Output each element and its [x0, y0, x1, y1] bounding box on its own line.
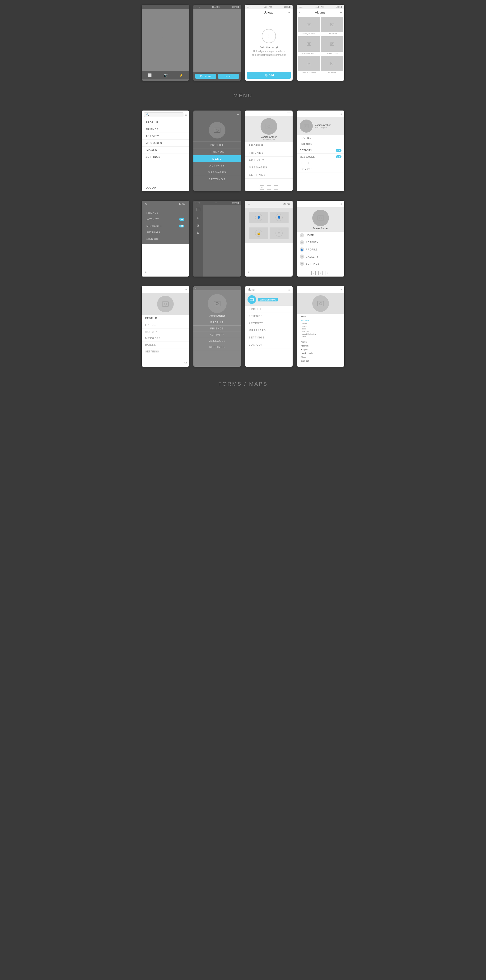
prod-watches[interactable]: Watches: [299, 330, 343, 333]
st-menu-activity[interactable]: ACTIVITY: [245, 320, 293, 327]
sidebar-trash-icon[interactable]: 🗑: [196, 223, 200, 227]
grid-hamburger-icon[interactable]: ≡: [247, 270, 249, 274]
sidebar-star-icon[interactable]: ☆: [197, 216, 200, 220]
menu-item-friends[interactable]: FRIENDS: [142, 126, 189, 133]
st-menu-profile[interactable]: PROFILE: [245, 306, 293, 313]
prod-signout[interactable]: Sign Out: [299, 359, 343, 363]
prod-account[interactable]: Account: [299, 344, 343, 348]
scroll-icon[interactable]: [287, 112, 291, 114]
dark-menu-settings[interactable]: SETTINGS: [193, 176, 241, 183]
small-dark-friends[interactable]: FRIENDS: [142, 210, 189, 216]
badges-menu-settings[interactable]: SETTINGS: [297, 160, 344, 166]
grid-icon-person1[interactable]: 👤: [249, 212, 268, 223]
prod-shirts[interactable]: Shirts: [299, 325, 343, 328]
linkedin-icon[interactable]: in: [260, 186, 264, 190]
collapse-icon[interactable]: ∧: [248, 202, 250, 206]
sidebar-image-icon[interactable]: [196, 208, 200, 212]
upload-circle-icon[interactable]: +: [262, 29, 276, 43]
next-button[interactable]: Next: [218, 74, 239, 79]
lh-menu-profile[interactable]: PROFILE: [142, 315, 189, 322]
dc-menu-friends[interactable]: FRIENDS: [193, 326, 241, 332]
dark-hamburger-icon[interactable]: ≡: [237, 113, 239, 116]
dc-menu-settings[interactable]: SETTINGS: [193, 344, 241, 350]
prod-about[interactable]: About: [299, 355, 343, 359]
album-sunny-summer[interactable]: Sunny summer: [298, 17, 320, 35]
dark-menu-activity[interactable]: ACTIVITY: [193, 162, 241, 169]
iconlist-profile[interactable]: 👤 PROFILE: [297, 246, 344, 253]
album-portugal[interactable]: Beautiful Portugal: [298, 36, 320, 55]
dark-menu-menu[interactable]: MENU: [193, 155, 241, 162]
dc-menu-profile[interactable]: PROFILE: [193, 320, 241, 326]
menu-item-settings[interactable]: SETTINGS: [142, 153, 189, 160]
lh-menu-images[interactable]: IMAGES: [142, 342, 189, 348]
upload-button[interactable]: Upload: [247, 72, 291, 79]
lh-hamburger-icon[interactable]: ≡: [185, 288, 187, 291]
white-menu-settings[interactable]: SETTINGS: [245, 171, 293, 178]
lh-menu-messages[interactable]: MESSAGES: [142, 335, 189, 342]
lh-menu-activity[interactable]: ACTIVITY: [142, 328, 189, 335]
twitter-icon[interactable]: t: [274, 186, 278, 190]
prod-home[interactable]: Home: [299, 315, 343, 318]
dc-menu-messages[interactable]: MESSAGES: [193, 338, 241, 344]
iconlist-linkedin-icon[interactable]: in: [311, 271, 316, 275]
small-dark-activity[interactable]: ACTIVITY 49: [142, 216, 189, 223]
toolbar-lightning-icon[interactable]: ⚡: [173, 72, 189, 78]
lh-menu-friends[interactable]: FRIENDS: [142, 322, 189, 328]
badges-menu-activity[interactable]: ACTIVITY 29: [297, 147, 344, 154]
small-dark-signout[interactable]: SIGN OUT: [142, 236, 189, 242]
iconlist-hamburger-icon[interactable]: ≡: [341, 202, 343, 206]
facebook-icon[interactable]: f: [267, 186, 271, 190]
upload-menu-icon[interactable]: ≡: [288, 10, 290, 14]
badges-hamburger-icon[interactable]: ≡: [341, 112, 343, 116]
prod-products[interactable]: Products: [299, 318, 343, 322]
prod-credit-cards[interactable]: Credit Cards: [299, 352, 343, 355]
grid-icon-lock[interactable]: 🔒: [249, 227, 268, 239]
dc-menu-activity[interactable]: ACTIVITY: [193, 332, 241, 338]
bottom-hamburger-icon[interactable]: ≡: [145, 270, 147, 274]
menu-item-profile[interactable]: PROFILE: [142, 119, 189, 126]
badges-menu-signout[interactable]: SIGN OUT: [297, 166, 344, 172]
sidebar-gear-icon[interactable]: ⚙: [197, 231, 200, 235]
menu-item-messages[interactable]: MESSAGES: [142, 140, 189, 146]
menu-item-images[interactable]: IMAGES: [142, 146, 189, 153]
prod-sale[interactable]: SALE: [299, 336, 343, 338]
iconlist-settings[interactable]: ⚙ SETTINGS: [297, 260, 344, 267]
grid-icon-person2[interactable]: 👤: [269, 212, 289, 223]
badges-menu-messages[interactable]: MESSAGES 13: [297, 154, 344, 160]
prod-latest[interactable]: Latest Collection: [299, 333, 343, 336]
st-close-icon[interactable]: ⊗: [288, 288, 290, 291]
lh-menu-settings[interactable]: SETTINGS: [142, 348, 189, 355]
hamburger-icon[interactable]: ≡: [185, 113, 187, 117]
prod-images[interactable]: Images: [299, 348, 343, 352]
white-menu-profile[interactable]: PROFILE: [245, 142, 293, 149]
st-menu-settings[interactable]: SETTINGS: [245, 334, 293, 341]
lh-gear-icon[interactable]: ⚙: [184, 361, 187, 365]
iconlist-home[interactable]: ⌂ HOME: [297, 232, 344, 239]
menu-item-activity[interactable]: ACTIVITY: [142, 133, 189, 140]
grid-icon-gear[interactable]: ⚙: [269, 227, 289, 239]
album-florence[interactable]: Snow in Florence: [298, 56, 320, 74]
prod-hamburger-icon[interactable]: ≡: [341, 288, 343, 291]
toolbar-image-icon[interactable]: ⬜: [142, 72, 158, 78]
white-menu-messages[interactable]: MESSAGES: [245, 164, 293, 171]
badges-menu-friends[interactable]: FRIENDS: [297, 141, 344, 147]
dark-menu-friends[interactable]: FRIENDS: [193, 148, 241, 155]
albums-menu-icon[interactable]: ≡: [340, 10, 342, 14]
dark-menu-profile[interactable]: PROFILE: [193, 142, 241, 148]
toolbar-camera-icon[interactable]: 📷: [158, 72, 174, 78]
iconlist-twitter-icon[interactable]: t: [325, 271, 330, 275]
dark-menu-messages[interactable]: MESSAGES: [193, 169, 241, 176]
prod-shoes[interactable]: Shoes: [299, 322, 343, 325]
white-menu-activity[interactable]: ACTIVITY: [245, 156, 293, 164]
album-riverside[interactable]: Riverside: [321, 56, 343, 74]
iconlist-activity[interactable]: ◈ ACTIVITY: [297, 239, 344, 246]
menu-item-logout[interactable]: LOGOUT: [142, 184, 189, 191]
white-menu-friends[interactable]: FRIENDS: [245, 149, 293, 156]
album-nasa[interactable]: NASA Visit: [321, 17, 343, 35]
badges-menu-profile[interactable]: PROFILE: [297, 135, 344, 141]
back-arrow-icon[interactable]: ‹: [143, 5, 145, 9]
st-menu-messages[interactable]: MESSAGES: [245, 327, 293, 334]
previous-button[interactable]: Previous: [195, 74, 216, 79]
search-input[interactable]: 🔍: [144, 113, 183, 117]
st-menu-friends[interactable]: FRIENDS: [245, 313, 293, 320]
